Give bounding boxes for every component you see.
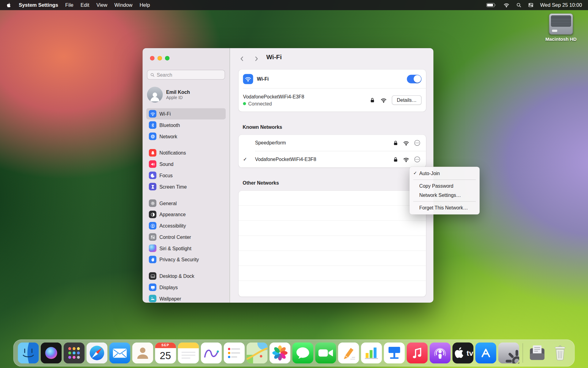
menubar-edit[interactable]: Edit	[81, 2, 89, 8]
checkmark: ✓	[413, 171, 419, 176]
menubar-help[interactable]: Help	[140, 2, 150, 8]
desktop-macintosh-hd[interactable]: Macintosh HD	[544, 13, 579, 42]
moon-icon	[149, 172, 156, 179]
more-options-button[interactable]	[414, 139, 421, 146]
menu-separator	[413, 179, 476, 180]
connection-status: Connected	[243, 101, 304, 106]
sidebar-item-wallpaper[interactable]: Wallpaper	[146, 293, 226, 303]
sidebar-item-notifications[interactable]: Notifications	[146, 147, 226, 159]
profile-name: Emil Koch	[166, 89, 190, 95]
apple-logo-icon	[452, 342, 466, 363]
dock-finder-icon[interactable]	[18, 343, 39, 364]
dock-reminders-icon[interactable]	[224, 343, 245, 364]
sidebar-item-bluetooth[interactable]: Bluetooth	[146, 119, 226, 131]
wifi-toggle[interactable]	[407, 75, 422, 83]
dock-keynote-icon[interactable]	[384, 343, 405, 364]
dock-photos-icon[interactable]	[269, 343, 290, 364]
dock-mail-icon[interactable]	[109, 343, 130, 364]
sidebar-nav: Wi-Fi Bluetooth Network Notifications	[146, 108, 226, 303]
wifi-status-icon[interactable]	[503, 2, 510, 8]
dock-safari-icon[interactable]	[86, 343, 107, 364]
menubar-clock[interactable]: Wed Sep 25 10:00	[540, 2, 582, 8]
search-field[interactable]	[147, 70, 225, 80]
other-networks-heading: Other Networks	[243, 180, 279, 186]
menu-item-auto-join[interactable]: ✓ Auto-Join	[409, 169, 480, 178]
wifi-signal-icon	[381, 97, 387, 103]
dock-launchpad-icon[interactable]	[63, 343, 85, 364]
toggles-icon	[149, 233, 156, 240]
menu-item-copy-password[interactable]: Copy Password	[409, 181, 480, 190]
system-settings-window: Emil Koch Apple ID Wi-Fi Bluetooth Netwo…	[142, 48, 433, 303]
menu-item-forget-network[interactable]: Forget This Network…	[409, 203, 480, 212]
dock-appstore-icon[interactable]	[475, 343, 496, 364]
sidebar-item-siri-spotlight[interactable]: Siri & Spotlight	[146, 243, 226, 254]
close-button[interactable]	[150, 56, 155, 60]
dock-contacts-icon[interactable]	[132, 343, 153, 364]
apple-id-profile[interactable]: Emil Koch Apple ID	[147, 86, 225, 104]
battery-icon[interactable]	[486, 3, 497, 8]
apple-menu-icon[interactable]	[6, 2, 12, 8]
wallpaper-icon	[149, 295, 156, 302]
menubar-view[interactable]: View	[96, 2, 107, 8]
window-controls	[150, 56, 172, 60]
globe-icon	[149, 132, 156, 140]
dock-podcasts-icon[interactable]	[429, 343, 450, 364]
dock-stack-icon[interactable]	[526, 343, 548, 364]
dock-freeform-icon[interactable]	[201, 343, 222, 364]
calendar-month: SEP	[155, 343, 176, 348]
disk-label: Macintosh HD	[544, 37, 579, 42]
dock-music-icon[interactable]	[406, 343, 428, 364]
connected-network-row: VodafonePocketWiFi4-E3F8 Connected Detai…	[239, 89, 426, 112]
gear-icon	[149, 199, 156, 207]
sidebar-item-control-center[interactable]: Control Center	[146, 231, 226, 243]
empty-network-row	[239, 251, 426, 266]
sidebar-item-sound[interactable]: Sound	[146, 159, 226, 170]
sidebar-item-displays[interactable]: Displays	[146, 282, 226, 293]
sidebar-item-network[interactable]: Network	[146, 131, 226, 142]
sidebar-item-wifi[interactable]: Wi-Fi	[146, 108, 226, 120]
dock-calendar-icon[interactable]: SEP 25	[155, 343, 176, 364]
zoom-button[interactable]	[165, 56, 170, 60]
dock-numbers-icon[interactable]	[361, 343, 382, 364]
menubar-app-name[interactable]: System Settings	[19, 2, 58, 8]
sidebar: Emil Koch Apple ID Wi-Fi Bluetooth Netwo…	[142, 48, 230, 303]
known-network-row-vodafone[interactable]: ✓ VodafonePocketWiFi4-E3F8	[239, 151, 426, 167]
forward-button[interactable]	[251, 53, 261, 64]
more-options-button[interactable]	[414, 156, 421, 163]
menubar-window[interactable]: Window	[115, 2, 133, 8]
calendar-day: 25	[155, 348, 176, 363]
sidebar-item-appearance[interactable]: Appearance	[146, 209, 226, 220]
dock-maps-icon[interactable]	[246, 343, 267, 364]
sidebar-item-general[interactable]: General	[146, 197, 226, 209]
dock-siri-icon[interactable]	[40, 343, 62, 364]
sidebar-item-screen-time[interactable]: Screen Time	[146, 181, 226, 192]
dock-trash-icon[interactable]	[549, 343, 571, 364]
dock-facetime-icon[interactable]	[315, 343, 336, 364]
spotlight-search-icon[interactable]	[516, 2, 522, 8]
dock-pages-icon[interactable]	[338, 343, 359, 364]
dock-tv-icon[interactable]: tv	[452, 343, 473, 364]
sidebar-item-desktop-dock[interactable]: Desktop & Dock	[146, 270, 226, 282]
empty-network-row	[239, 221, 426, 236]
sidebar-item-focus[interactable]: Focus	[146, 170, 226, 181]
menubar-file[interactable]: File	[65, 2, 74, 8]
control-center-icon[interactable]	[528, 2, 534, 8]
sidebar-item-privacy-security[interactable]: Privacy & Security	[146, 254, 226, 265]
profile-subtitle: Apple ID	[166, 95, 190, 100]
back-button[interactable]	[237, 53, 247, 64]
siri-icon	[149, 244, 156, 252]
sidebar-item-accessibility[interactable]: Accessibility	[146, 220, 226, 232]
dock-settings-icon[interactable]	[498, 343, 519, 364]
search-input[interactable]	[157, 72, 222, 77]
menu-item-network-settings[interactable]: Network Settings…	[409, 190, 480, 199]
dock: SEP 25 tv	[13, 339, 575, 366]
known-network-row-speedperform[interactable]: Speedperform	[239, 135, 426, 151]
dock-messages-icon[interactable]	[292, 343, 313, 364]
menu-bar: System Settings File Edit View Window He…	[0, 0, 588, 10]
dock-notes-icon[interactable]	[178, 343, 199, 364]
appearance-icon	[149, 211, 156, 218]
tv-label: tv	[467, 349, 473, 357]
details-button[interactable]: Details…	[392, 95, 421, 105]
minimize-button[interactable]	[157, 56, 162, 60]
wifi-signal-icon	[403, 156, 409, 163]
